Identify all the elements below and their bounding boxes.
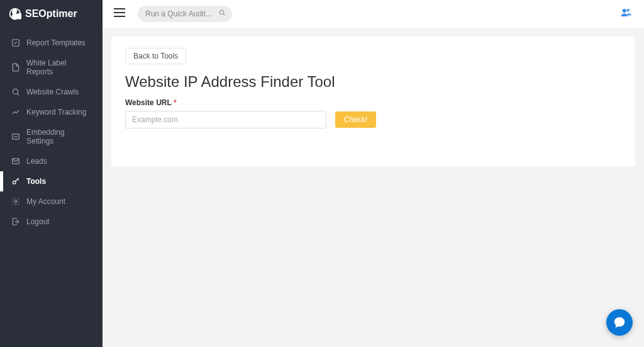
search-icon [219,9,226,18]
sidebar-item-label: Website Crawls [26,88,79,96]
main-content: Back to Tools Website IP Address Finder … [103,28,644,347]
required-asterisk: * [174,98,177,107]
search-input-wrapper[interactable]: Run a Quick Audit... [138,6,232,22]
svg-point-8 [14,200,17,203]
sidebar-item-website-crawls[interactable]: Website Crawls [0,82,103,102]
brand-logo[interactable]: SEOptimer [0,0,103,28]
tool-card: Back to Tools Website IP Address Finder … [111,37,635,166]
sidebar-item-label: Embedding Settings [26,128,91,145]
sidebar-item-white-label-reports[interactable]: White Label Reports [0,53,103,82]
logo-icon [9,8,21,20]
sidebar-item-label: Leads [26,157,47,166]
svg-rect-11 [114,16,125,17]
sidebar-item-leads[interactable]: Leads [0,151,103,171]
magnify-icon [11,88,20,96]
search-placeholder: Run a Quick Audit... [145,9,212,18]
sidebar-item-label: Logout [26,217,50,226]
svg-point-2 [13,89,18,94]
users-icon[interactable] [619,7,633,21]
sidebar-item-tools[interactable]: Tools [0,171,103,191]
url-form-row: Check! [125,111,621,128]
sidebar-nav: Report TemplatesWhite Label ReportsWebsi… [0,33,103,232]
svg-point-15 [627,9,630,12]
svg-rect-9 [114,8,125,9]
chart-line-icon [11,108,20,117]
sidebar-item-label: Report Templates [26,38,86,47]
brand-name: SEOptimer [25,8,77,20]
logout-icon [11,217,20,226]
key-icon [11,177,20,186]
menu-toggle-icon[interactable] [114,8,125,20]
svg-point-7 [13,181,16,184]
embed-icon [11,132,20,141]
check-button[interactable]: Check! [335,111,376,128]
svg-rect-10 [114,12,125,13]
gear-icon [11,197,20,206]
sidebar-item-report-templates[interactable]: Report Templates [0,33,103,53]
sidebar: SEOptimer Report TemplatesWhite Label Re… [0,0,103,347]
chat-icon [613,316,626,329]
back-to-tools-link[interactable]: Back to Tools [125,48,186,64]
sidebar-item-label: Keyword Tracking [26,108,86,117]
document-icon [11,63,20,72]
mail-icon [11,157,20,166]
website-url-input[interactable] [125,111,326,128]
sidebar-item-embedding-settings[interactable]: Embedding Settings [0,122,103,151]
topbar: Run a Quick Audit... [103,0,644,28]
url-label: Website URL * [125,98,621,107]
svg-line-3 [17,93,19,95]
sidebar-item-label: Tools [26,177,46,186]
svg-line-13 [223,14,225,16]
page-title: Website IP Address Finder Tool [125,73,621,91]
sidebar-item-label: White Label Reports [26,59,91,76]
svg-point-14 [623,9,626,13]
sidebar-item-my-account[interactable]: My Account [0,191,103,212]
svg-point-12 [219,10,223,14]
sidebar-item-keyword-tracking[interactable]: Keyword Tracking [0,102,103,122]
edit-square-icon [11,38,20,47]
sidebar-item-label: My Account [26,197,65,206]
chat-widget-button[interactable] [606,309,633,336]
sidebar-item-logout[interactable]: Logout [0,212,103,232]
